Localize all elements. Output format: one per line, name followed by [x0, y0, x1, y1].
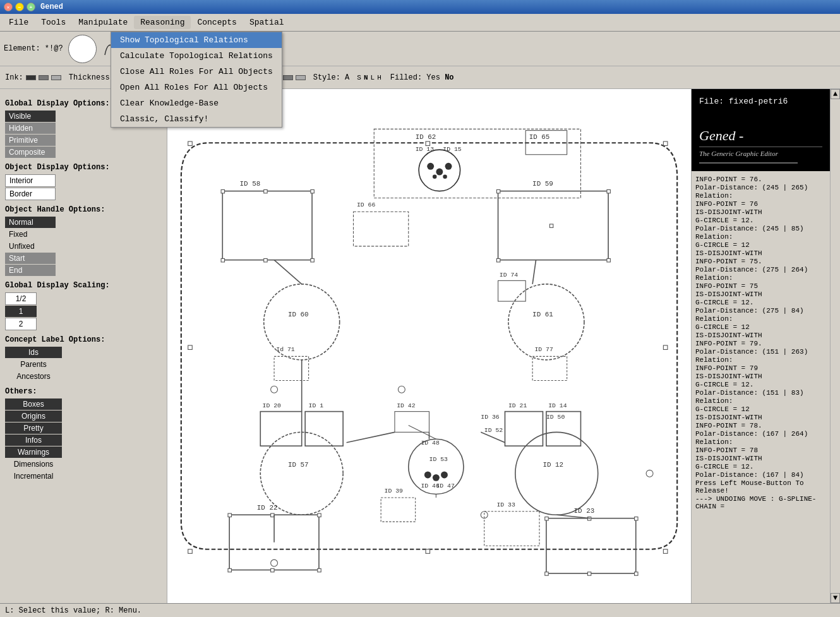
line-style-L[interactable]: L [371, 74, 375, 81]
global-scaling-title: Global Display Scaling: [5, 281, 162, 290]
svg-rect-104 [188, 549, 193, 554]
btn-incremental[interactable]: Incremental [5, 470, 62, 482]
btn-primitive[interactable]: Primitive [5, 135, 56, 146]
menu-file[interactable]: File [3, 16, 35, 29]
info-line: Press Left Mouse-Button To Release! [695, 479, 826, 494]
btn-interior[interactable]: Interior [5, 174, 56, 187]
svg-rect-108 [188, 345, 193, 350]
svg-text:ID 50: ID 50 [546, 414, 565, 421]
menu-tools[interactable]: Tools [35, 16, 72, 29]
svg-text:ID 20: ID 20 [263, 402, 282, 409]
svg-text:ID 65: ID 65 [529, 133, 550, 141]
btn-pretty[interactable]: Pretty [5, 422, 62, 434]
btn-warnings[interactable]: Warnings [5, 446, 62, 458]
svg-rect-81 [635, 517, 638, 520]
btn-ids[interactable]: Ids [5, 347, 62, 358]
line-style-N[interactable]: N [364, 74, 368, 81]
gened-label: Gened - [699, 128, 822, 144]
menubar: File Tools Manipulate Reasoning Concepts… [0, 14, 840, 32]
filled-label: Filled: Yes No [390, 73, 454, 82]
btn-parents[interactable]: Parents [5, 359, 62, 370]
dropdown-classic-classify[interactable]: Classic, Classify! [111, 111, 282, 127]
info-line: Polar-Distance: (245 | 85) [695, 225, 826, 232]
svg-rect-20 [549, 224, 553, 227]
ink-swatch-2-light[interactable] [296, 75, 306, 80]
svg-text:ID 66: ID 66 [357, 201, 376, 208]
btn-scale-two[interactable]: 2 [5, 318, 37, 330]
info-line: IS-DISJOINT-WITH [695, 208, 826, 216]
menu-spatial[interactable]: Spatial [243, 16, 291, 29]
svg-text:ID 48: ID 48 [421, 440, 440, 446]
svg-rect-70 [228, 513, 231, 517]
svg-text:ID 52: ID 52 [484, 427, 503, 434]
svg-rect-8 [221, 189, 224, 193]
others-title: Others: [5, 387, 162, 396]
btn-start[interactable]: Start [5, 253, 56, 264]
info-line: IS-DISJOINT-WITH [695, 455, 826, 462]
right-panel: File: fixed-petri6 Gened - The Generic G… [691, 89, 830, 603]
maximize-button[interactable]: + [27, 3, 35, 11]
svg-text:ID 12: ID 12 [543, 461, 563, 469]
dropdown-open-all-roles[interactable]: Open All Roles For All Objects [111, 80, 282, 95]
ink-swatch-mid[interactable] [39, 75, 49, 80]
info-line: G-CIRCLE = 12 [695, 241, 826, 249]
ink-swatch-light[interactable] [51, 75, 61, 80]
info-line: Polar-Distance: (245 | 265) [695, 184, 826, 191]
main-area: Global Display Options: Visible Hidden P… [0, 89, 840, 603]
btn-infos[interactable]: Infos [5, 434, 62, 446]
scroll-down[interactable]: ▼ [831, 593, 840, 603]
btn-composite[interactable]: Composite [5, 147, 56, 158]
svg-rect-18 [496, 258, 500, 261]
svg-point-23 [436, 169, 443, 176]
btn-unfixed[interactable]: Unfixed [5, 241, 56, 252]
shape-circle[interactable] [68, 35, 97, 63]
svg-text:ID 33: ID 33 [496, 501, 515, 508]
info-line: Relation: [695, 274, 826, 282]
btn-scale-half[interactable]: 1/2 [5, 292, 37, 305]
btn-origins[interactable]: Origins [5, 410, 62, 422]
dropdown-clear-kb[interactable]: Clear Knowledge-Base [111, 95, 282, 111]
menu-concepts[interactable]: Concepts [191, 16, 243, 29]
svg-text:ID 58: ID 58 [240, 180, 261, 188]
line-style-S[interactable]: S [357, 74, 361, 81]
btn-boxes[interactable]: Boxes [5, 398, 62, 410]
line-style-H[interactable]: H [377, 74, 381, 81]
btn-visible[interactable]: Visible [5, 111, 56, 122]
svg-rect-13 [264, 189, 267, 193]
info-line: IS-DISJOINT-WITH [695, 291, 826, 298]
close-button[interactable]: ✕ [4, 3, 13, 11]
btn-scale-one[interactable]: 1 [5, 306, 37, 317]
info-line: INFO-POINT = 75. [695, 258, 826, 265]
canvas-svg[interactable]: ID 62 ID 65 ID 58 ID 59 [167, 89, 691, 603]
ink-swatch-2-mid[interactable] [283, 75, 293, 80]
svg-text:ID 39: ID 39 [385, 488, 404, 494]
btn-hidden[interactable]: Hidden [5, 123, 56, 134]
menu-manipulate[interactable]: Manipulate [72, 16, 134, 29]
menu-reasoning[interactable]: Reasoning [134, 16, 191, 29]
btn-end[interactable]: End [5, 265, 56, 276]
btn-ancestors[interactable]: Ancestors [5, 371, 62, 382]
svg-point-62 [433, 474, 440, 481]
svg-point-22 [427, 163, 434, 170]
svg-rect-106 [426, 141, 430, 146]
btn-fixed[interactable]: Fixed [5, 229, 56, 240]
btn-border[interactable]: Border [5, 188, 56, 200]
svg-rect-9 [311, 189, 314, 193]
dropdown-calculate-topological[interactable]: Calculate Topological Relations [111, 48, 282, 64]
svg-point-26 [443, 174, 447, 179]
sidebar: Global Display Options: Visible Hidden P… [0, 89, 167, 603]
dropdown-close-all-roles[interactable]: Close All Roles For All Objects [111, 64, 282, 80]
scroll-up[interactable]: ▲ [831, 89, 840, 99]
info-line: G-CIRCLE = 12 [695, 323, 826, 331]
dropdown-show-topological[interactable]: Show Topological Relations [111, 32, 282, 48]
btn-dimensions[interactable]: Dimensions [5, 458, 62, 470]
info-line: Polar-Distance: (275 | 84) [695, 307, 826, 314]
svg-text:ID 77: ID 77 [534, 346, 553, 353]
svg-rect-12 [264, 258, 267, 261]
file-label: File: fixed-petri6 [699, 97, 822, 106]
minimize-button[interactable]: − [15, 3, 24, 11]
btn-normal[interactable]: Normal [5, 217, 56, 228]
ink-swatch-dark[interactable] [26, 75, 36, 80]
canvas-area[interactable]: ID 62 ID 65 ID 58 ID 59 [167, 89, 691, 603]
right-scrollbar[interactable]: ▲ ▼ [830, 89, 840, 603]
